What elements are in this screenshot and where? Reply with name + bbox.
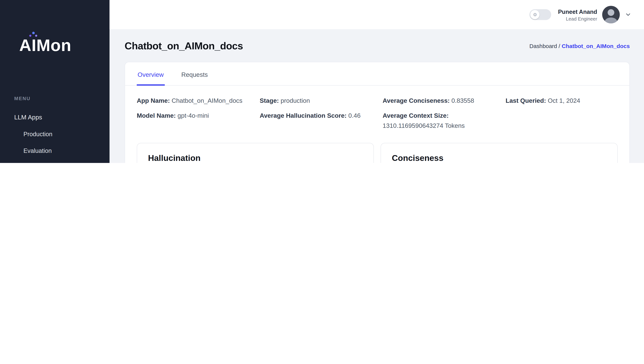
user-menu[interactable]: Puneet Anand Lead Engineer bbox=[558, 6, 631, 23]
breadcrumb-current-link[interactable]: Chatbot_on_AIMon_docs bbox=[562, 43, 630, 49]
tab-overview[interactable]: Overview bbox=[137, 62, 165, 86]
user-role: Lead Engineer bbox=[558, 16, 597, 21]
metric-title: Hallucination bbox=[148, 153, 363, 163]
sidebar-nav: LLM Apps Production Evaluation ⚙ Setting… bbox=[0, 108, 110, 163]
aimon-logo: AIMon bbox=[19, 37, 110, 54]
metric-card-conciseness: Conciseness Average Score: 0.83558 1.000… bbox=[380, 143, 618, 163]
sidebar-item-settings[interactable]: ⚙ Settings bbox=[0, 159, 110, 163]
metric-title: Conciseness bbox=[392, 153, 606, 163]
logo-text-a: A bbox=[19, 36, 32, 54]
page-header: Chatbot_on_AIMon_docs Dashboard / Chatbo… bbox=[125, 40, 630, 52]
chevron-down-icon bbox=[625, 11, 631, 18]
info-model-name: Model Name: gpt-4o-mini bbox=[137, 111, 249, 130]
gear-icon: ⚙ bbox=[533, 12, 537, 18]
sidebar-item-label: Evaluation bbox=[23, 148, 52, 154]
topbar: ⚙ Puneet Anand Lead Engineer bbox=[110, 0, 644, 29]
sidebar-item-label: Production bbox=[23, 131, 52, 138]
app-root: AIMon MENU LLM Apps Production Evaluatio… bbox=[0, 0, 644, 163]
metric-cards-grid: Hallucination Average Score: 0.45768 1.0… bbox=[137, 143, 618, 163]
page-title: Chatbot_on_AIMon_docs bbox=[125, 40, 243, 52]
logo-dot bbox=[32, 32, 35, 34]
app-info-grid: App Name: Chatbot_on_AIMon_docs Stage: p… bbox=[125, 86, 629, 130]
sidebar-item-label: LLM Apps bbox=[14, 114, 42, 121]
theme-toggle[interactable]: ⚙ bbox=[530, 9, 551, 20]
breadcrumb: Dashboard / Chatbot_on_AIMon_docs bbox=[529, 43, 630, 49]
info-last-queried: Last Queried: Oct 1, 2024 bbox=[506, 96, 618, 106]
info-app-name: App Name: Chatbot_on_AIMon_docs bbox=[137, 96, 249, 106]
sidebar-item-production[interactable]: Production bbox=[0, 126, 110, 142]
breadcrumb-root[interactable]: Dashboard bbox=[529, 43, 557, 49]
logo-text-i: I bbox=[32, 37, 37, 54]
user-avatar bbox=[602, 6, 620, 23]
main-column: ⚙ Puneet Anand Lead Engineer Chatbot_on_… bbox=[110, 0, 644, 163]
app-detail-card: Overview Requests App Name: Chatbot_on_A… bbox=[125, 62, 630, 163]
info-average-hallucination: Average Hallucination Score: 0.46 bbox=[260, 111, 372, 130]
info-stage: Stage: production bbox=[260, 96, 372, 106]
user-name: Puneet Anand bbox=[558, 8, 597, 15]
sidebar-menu-label: MENU bbox=[14, 96, 110, 101]
logo-text-rest: Mon bbox=[36, 36, 71, 54]
info-average-conciseness: Average Conciseness: 0.83558 bbox=[383, 96, 495, 106]
main-content: Chatbot_on_AIMon_docs Dashboard / Chatbo… bbox=[110, 29, 644, 163]
user-text: Puneet Anand Lead Engineer bbox=[558, 8, 597, 21]
sidebar: AIMon MENU LLM Apps Production Evaluatio… bbox=[0, 0, 110, 163]
tab-bar: Overview Requests bbox=[125, 62, 629, 86]
theme-toggle-knob: ⚙ bbox=[530, 10, 540, 19]
tab-requests[interactable]: Requests bbox=[180, 62, 208, 86]
sidebar-item-llm-apps[interactable]: LLM Apps bbox=[0, 108, 110, 126]
metric-card-hallucination: Hallucination Average Score: 0.45768 1.0… bbox=[137, 143, 374, 163]
info-average-context-size: Average Context Size: 1310.1169590643274… bbox=[383, 111, 495, 130]
sidebar-item-evaluation[interactable]: Evaluation bbox=[0, 142, 110, 159]
breadcrumb-separator: / bbox=[557, 43, 562, 49]
